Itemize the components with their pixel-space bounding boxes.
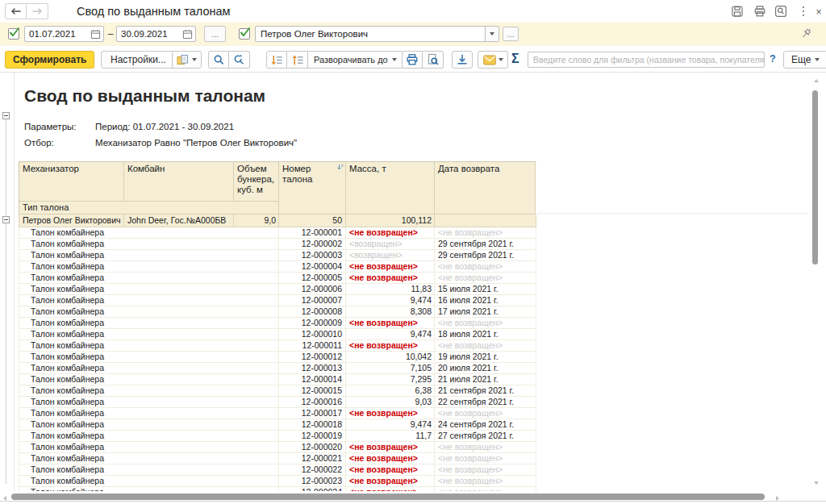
cell-volume[interactable]: [234, 329, 279, 340]
table-row[interactable]: Талон комбайнера12-0000088,30817 июля 20…: [19, 306, 536, 318]
generate-button[interactable]: Сформировать: [5, 51, 94, 69]
table-row[interactable]: Талон комбайнера12-00000611,8315 июля 20…: [19, 284, 536, 295]
table-row[interactable]: Талон комбайнера12-0000079,47416 июля 20…: [19, 295, 536, 306]
cell-ticket-type[interactable]: Талон комбайнера: [19, 295, 124, 306]
vertical-scrollbar-thumb[interactable]: [812, 90, 818, 264]
cell-mass[interactable]: <не возвращен>: [346, 261, 435, 273]
table-row[interactable]: Талон комбайнера12-000001<не возвращен><…: [19, 227, 536, 239]
cell-volume[interactable]: [234, 385, 279, 397]
cell-ticket-number[interactable]: 12-000013: [279, 363, 346, 374]
cell-ticket-type[interactable]: Талон комбайнера: [19, 340, 124, 352]
group-collapse-button-mechanic[interactable]: [2, 216, 10, 223]
table-row[interactable]: Талон комбайнера12-000020<не возвращен><…: [19, 442, 536, 453]
cell-ticket-number[interactable]: 12-000008: [279, 306, 346, 318]
search-button[interactable]: [208, 51, 229, 69]
cell-ticket-type[interactable]: Талон комбайнера: [19, 284, 124, 295]
header-combine[interactable]: Комбайн: [124, 162, 234, 202]
cell-mass[interactable]: 9,474: [346, 329, 435, 340]
cell-return-date[interactable]: <не возвращен>: [435, 476, 536, 487]
cell-ticket-number[interactable]: 12-000017: [279, 408, 346, 419]
cell-ticket-number[interactable]: 12-000012: [279, 352, 346, 363]
cell-combine[interactable]: [124, 397, 234, 408]
header-ticket-type[interactable]: Тип талона: [19, 202, 279, 215]
cell-return-date[interactable]: <не возвращен>: [435, 318, 536, 329]
cell-ticket-type[interactable]: Талон комбайнера: [19, 408, 124, 419]
calendar-button[interactable]: [88, 27, 103, 41]
cell-return-date[interactable]: 16 июля 2021 г.: [435, 295, 536, 306]
print-report-button[interactable]: [402, 51, 423, 69]
table-row[interactable]: Талон комбайнера12-000021<не возвращен><…: [19, 453, 536, 464]
cell-mass[interactable]: <возвращен>: [346, 250, 435, 261]
cell-volume[interactable]: [234, 284, 279, 295]
cell-return-date[interactable]: 17 июля 2021 г.: [435, 306, 536, 318]
cell-volume[interactable]: [234, 442, 279, 453]
cell-combine[interactable]: [124, 329, 234, 340]
table-row[interactable]: Талон комбайнера12-0000147,29521 июля 20…: [19, 374, 536, 385]
mechanic-combo[interactable]: Петров Олег Викторович: [255, 26, 499, 42]
cell-return-date[interactable]: <не возвращен>: [435, 261, 536, 273]
table-row[interactable]: Талон комбайнера12-0000109,47418 июля 20…: [19, 329, 536, 340]
cell-volume[interactable]: [234, 397, 279, 408]
print-preview-button[interactable]: [423, 51, 444, 69]
cell-return-date[interactable]: 21 июля 2021 г.: [435, 374, 536, 385]
cell-combine[interactable]: [124, 453, 234, 464]
cell-ticket-number[interactable]: 12-000019: [279, 431, 346, 442]
header-return-date[interactable]: Дата возврата: [435, 162, 536, 215]
period-from-field[interactable]: 01.07.2021: [24, 26, 104, 42]
print-button[interactable]: [753, 4, 767, 19]
search-next-button[interactable]: [229, 51, 250, 69]
cell-mass[interactable]: <не возвращен>: [346, 318, 435, 329]
cell-mass[interactable]: <не возвращен>: [346, 442, 435, 453]
cell-return-date[interactable]: <не возвращен>: [435, 227, 536, 239]
cell-volume[interactable]: [234, 464, 279, 476]
table-row[interactable]: Талон комбайнера12-000022<не возвращен><…: [19, 464, 536, 476]
cell-mass[interactable]: <не возвращен>: [346, 408, 435, 419]
cell-volume[interactable]: [234, 408, 279, 419]
table-row[interactable]: Талон комбайнера12-000002<возвращен>29 с…: [19, 239, 536, 250]
cell-ticket-type[interactable]: Талон комбайнера: [19, 431, 124, 442]
cell-combine[interactable]: [124, 408, 234, 419]
period-checkbox[interactable]: [8, 28, 19, 40]
table-row[interactable]: Талон комбайнера12-000009<не возвращен><…: [19, 318, 536, 329]
cell-ticket-type[interactable]: Талон комбайнера: [19, 329, 124, 340]
header-volume[interactable]: Объем бункера, куб. м: [234, 162, 279, 202]
cell-return-date[interactable]: <не возвращен>: [435, 340, 536, 352]
cell-combine[interactable]: [124, 431, 234, 442]
cell-ticket-number[interactable]: 12-000006: [279, 284, 346, 295]
mechanic-value[interactable]: Петров Олег Викторович: [255, 26, 486, 42]
cell-combine[interactable]: [124, 363, 234, 374]
cell-ticket-type[interactable]: Талон комбайнера: [19, 318, 124, 329]
table-row[interactable]: Талон комбайнера12-0000137,10520 июля 20…: [19, 363, 536, 374]
cell-ticket-type[interactable]: Талон комбайнера: [19, 385, 124, 397]
cell-volume[interactable]: [234, 363, 279, 374]
cell-ticket-number[interactable]: 12-000021: [279, 453, 346, 464]
calendar-button[interactable]: [180, 27, 195, 41]
cell-volume[interactable]: [234, 306, 279, 318]
cell-mass[interactable]: <не возвращен>: [346, 453, 435, 464]
cell-return-date[interactable]: <не возвращен>: [435, 273, 536, 284]
cell-ticket-number[interactable]: 12-000007: [279, 295, 346, 306]
save-file-button[interactable]: [452, 51, 473, 69]
table-row[interactable]: Талон комбайнера12-0000169,0322 сентября…: [19, 397, 536, 408]
table-row[interactable]: Талон комбайнера12-0000156,3821 сентября…: [19, 385, 536, 397]
cell-ticket-number[interactable]: 12-000002: [279, 239, 346, 250]
cell-combine[interactable]: [124, 295, 234, 306]
table-row[interactable]: Талон комбайнера12-0000189,47424 сентябр…: [19, 419, 536, 431]
cell-return-date[interactable]: <не возвращен>: [435, 464, 536, 476]
cell-ticket-number[interactable]: 12-000004: [279, 261, 346, 273]
cell-ticket-number[interactable]: 12-000022: [279, 464, 346, 476]
cell-volume[interactable]: [234, 453, 279, 464]
table-row[interactable]: Талон комбайнера12-000017<не возвращен><…: [19, 408, 536, 419]
cell-return-date[interactable]: 20 июля 2021 г.: [435, 363, 536, 374]
cell-mass[interactable]: 9,474: [346, 295, 435, 306]
vertical-scrollbar[interactable]: [810, 73, 821, 491]
cell-return-date[interactable]: 15 июля 2021 г.: [435, 284, 536, 295]
cell-combine[interactable]: [124, 227, 234, 239]
cell-ticket-number[interactable]: 12-000005: [279, 273, 346, 284]
group-row[interactable]: Петров Олег Викторович John Deer, Гос.№А…: [19, 215, 536, 227]
cell-ticket-type[interactable]: Талон комбайнера: [19, 397, 124, 408]
cell-ticket-type[interactable]: Талон комбайнера: [19, 442, 124, 453]
cell-combine[interactable]: [124, 284, 234, 295]
cell-ticket-number[interactable]: 50: [279, 215, 346, 227]
cell-combine[interactable]: [124, 464, 234, 476]
